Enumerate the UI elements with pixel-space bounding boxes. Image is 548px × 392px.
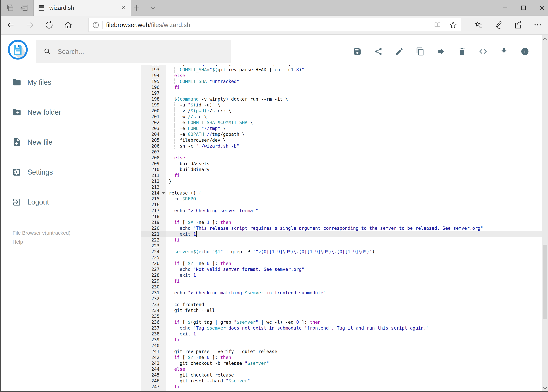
code-line-198[interactable]: 198 $(command -v winpty) docker run --rm… bbox=[141, 96, 542, 102]
web-notes-pen-icon[interactable] bbox=[494, 20, 503, 29]
code-line-text[interactable]: exit 1 bbox=[166, 272, 542, 278]
code-line-238[interactable]: 238 exit 1 bbox=[141, 331, 542, 337]
code-line-211[interactable]: 211 fi bbox=[141, 172, 542, 178]
code-line-195[interactable]: 195 COMMIT_SHA="untracked" bbox=[141, 78, 542, 84]
move-button[interactable] bbox=[437, 47, 445, 56]
code-line-text[interactable]: fi bbox=[166, 237, 542, 243]
code-line-196[interactable]: 196 fi bbox=[141, 84, 542, 90]
code-line-197[interactable]: 197 bbox=[141, 90, 542, 96]
new-tab-icon[interactable] bbox=[132, 4, 141, 12]
code-line-text[interactable]: else bbox=[166, 155, 542, 161]
share-button[interactable] bbox=[374, 47, 383, 56]
code-line-247[interactable]: 247 fi bbox=[141, 384, 542, 390]
code-line-235[interactable]: 235 bbox=[141, 313, 542, 319]
code-line-216[interactable]: 216 bbox=[141, 202, 542, 208]
code-line-218[interactable]: 218 bbox=[141, 214, 542, 219]
code-line-232[interactable]: 232 bbox=[141, 296, 542, 301]
code-line-227[interactable]: 227 echo "Not valid semver format. See s… bbox=[141, 266, 542, 272]
code-line-text[interactable]: git fetch --all bbox=[166, 308, 542, 313]
code-line-222[interactable]: 222 fi bbox=[141, 237, 542, 243]
code-line-text[interactable]: semver=$(echo "$1" | grep -P '^v(0|[1-9]… bbox=[166, 249, 542, 255]
code-button[interactable] bbox=[479, 47, 487, 56]
code-line-205[interactable]: 205 filebrowser/dev \ bbox=[141, 137, 542, 143]
code-line-199[interactable]: 199 -u "$(id -u)" \ bbox=[141, 102, 542, 108]
code-line-217[interactable]: 217 echo "> Checking semver format" bbox=[141, 208, 542, 214]
code-line-200[interactable]: 200 -v /$(pwd):/src:z \ bbox=[141, 108, 542, 114]
code-line-239[interactable]: 239 fi bbox=[141, 337, 542, 343]
code-line-text[interactable]: -u "$(id -u)" \ bbox=[166, 102, 542, 108]
sidebar-item-new-file[interactable]: New file bbox=[1, 127, 141, 157]
delete-button[interactable] bbox=[458, 47, 466, 56]
code-line-text[interactable]: COMMIT_SHA="untracked" bbox=[166, 78, 542, 84]
code-line-text[interactable]: } bbox=[166, 178, 542, 184]
code-line-text[interactable]: git reset --hard "$semver" bbox=[166, 378, 542, 384]
sidebar-item-settings[interactable]: Settings bbox=[1, 157, 141, 187]
code-line-text[interactable]: -w //src \ bbox=[166, 114, 542, 119]
close-window-icon[interactable] bbox=[539, 5, 545, 11]
code-line-text[interactable] bbox=[166, 296, 542, 301]
code-line-text[interactable]: cd $REPO bbox=[166, 196, 542, 202]
code-line-text[interactable]: exit 1 bbox=[166, 231, 542, 237]
code-line-210[interactable]: 210 buildBinary bbox=[141, 167, 542, 172]
code-line-224[interactable]: 224 semver=$(echo "$1" | grep -P '^v(0|[… bbox=[141, 249, 542, 255]
code-line-text[interactable]: fi bbox=[166, 384, 542, 390]
save-button[interactable] bbox=[353, 47, 362, 56]
code-line-text[interactable] bbox=[166, 343, 542, 349]
code-line-text[interactable]: echo "Tag $semver does not exist in subm… bbox=[166, 325, 542, 331]
code-line-text[interactable] bbox=[166, 313, 542, 319]
tab-list-chevron-icon[interactable] bbox=[149, 5, 157, 11]
code-line-text[interactable] bbox=[166, 90, 542, 96]
code-line-text[interactable]: if [ $(git tag | grep "$semver" | wc -l)… bbox=[166, 319, 542, 325]
code-line-text[interactable]: -e GOPATH=//tmp/gopath \ bbox=[166, 131, 542, 137]
code-line-212[interactable]: 212} bbox=[141, 178, 542, 184]
scroll-down-icon[interactable] bbox=[542, 385, 548, 391]
code-line-213[interactable]: 213 bbox=[141, 184, 542, 190]
code-line-246[interactable]: 246 git reset --hard "$semver" bbox=[141, 378, 542, 384]
code-line-text[interactable]: git checkout release bbox=[166, 372, 542, 378]
code-line-text[interactable]: fi bbox=[166, 337, 542, 343]
code-line-229[interactable]: 229 fi bbox=[141, 278, 542, 284]
code-line-text[interactable] bbox=[166, 255, 542, 260]
tab-preview-icon[interactable] bbox=[6, 4, 14, 12]
favorite-star-icon[interactable] bbox=[449, 21, 458, 29]
code-line-text[interactable]: -e COMMIT_SHA=$COMMIT_SHA \ bbox=[166, 119, 542, 126]
code-line-text[interactable]: fi bbox=[166, 84, 542, 90]
code-line-221[interactable]: 221 exit 1 bbox=[141, 231, 542, 237]
code-line-text[interactable] bbox=[166, 214, 542, 219]
code-line-193[interactable]: 193 COMMIT_SHA="$(git rev-parse HEAD | c… bbox=[141, 67, 542, 73]
browser-tab[interactable]: wizard.sh bbox=[34, 0, 131, 16]
code-line-236[interactable]: 236 if [ $(git tag | grep "$semver" | wc… bbox=[141, 319, 542, 325]
search-input[interactable] bbox=[57, 48, 229, 56]
code-line-text[interactable]: if [ $? -ne 0 ]; then bbox=[166, 354, 542, 360]
code-line-226[interactable]: 226 if [ $? -ne 0 ]; then bbox=[141, 260, 542, 266]
code-line-208[interactable]: 208 else bbox=[141, 155, 542, 161]
code-line-text[interactable]: -v /$(pwd):/src:z \ bbox=[166, 108, 542, 114]
sidebar-item-logout[interactable]: Logout bbox=[1, 187, 141, 217]
code-line-207[interactable]: 207 bbox=[141, 149, 542, 155]
sidebar-item-new-folder[interactable]: New folder bbox=[1, 97, 141, 127]
code-line-192[interactable]: 192 if [ -d ".git" ] && [ "$(command -v … bbox=[141, 65, 542, 67]
page-scrollbar[interactable] bbox=[542, 35, 548, 392]
code-line-text[interactable]: if [ $# -ne 1 ]; then bbox=[166, 219, 542, 225]
code-line-206[interactable]: 206 sh -c "./wizard.sh -b" bbox=[141, 143, 542, 149]
code-line-244[interactable]: 244 else bbox=[141, 366, 542, 372]
code-line-223[interactable]: 223 bbox=[141, 243, 542, 249]
help-link[interactable]: Help bbox=[13, 237, 70, 246]
code-line-214[interactable]: 214release () { bbox=[141, 190, 542, 196]
code-line-text[interactable]: COMMIT_SHA="$(git rev-parse HEAD | cut -… bbox=[166, 67, 542, 73]
code-line-text[interactable]: if [ $? -ne 0 ]; then bbox=[166, 260, 542, 266]
code-line-245[interactable]: 245 git checkout release bbox=[141, 372, 542, 378]
code-line-text[interactable]: $(command -v winpty) docker run --rm -it… bbox=[166, 96, 542, 102]
code-line-text[interactable]: buildBinary bbox=[166, 167, 542, 172]
settings-more-icon[interactable] bbox=[533, 20, 542, 29]
search-box[interactable] bbox=[36, 40, 231, 63]
code-line-text[interactable] bbox=[166, 243, 542, 249]
info-button[interactable] bbox=[520, 47, 529, 56]
code-line-text[interactable]: -e HOME="//tmp" \ bbox=[166, 126, 542, 131]
code-line-194[interactable]: 194 else bbox=[141, 73, 542, 78]
code-line-225[interactable]: 225 bbox=[141, 255, 542, 260]
tab-close-icon[interactable] bbox=[120, 5, 126, 11]
home-icon[interactable] bbox=[64, 21, 73, 29]
code-line-209[interactable]: 209 buildAssets bbox=[141, 161, 542, 167]
code-line-text[interactable]: echo "This release script requires a sin… bbox=[166, 225, 542, 231]
